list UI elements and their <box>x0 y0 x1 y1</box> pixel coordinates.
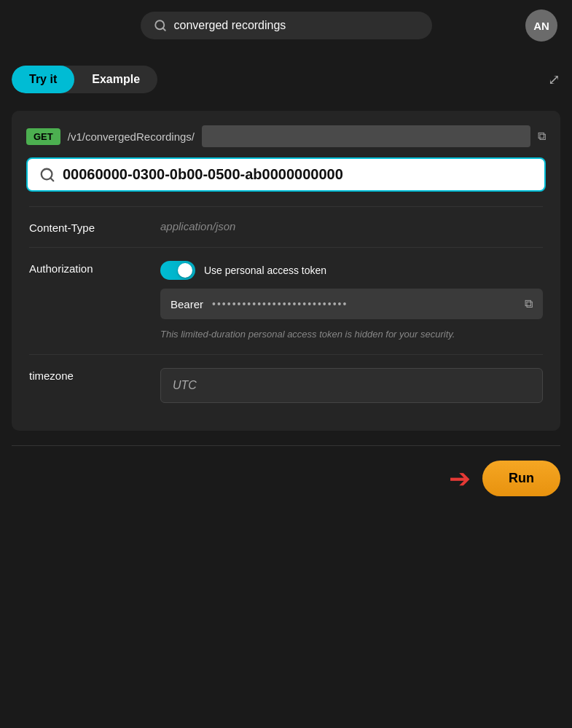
personal-access-token-toggle[interactable] <box>160 261 195 280</box>
main-panel: GET /v1/convergedRecordings/ ⧉ Content-T… <box>12 111 560 431</box>
authorization-row: Authorization Use personal access token … <box>29 247 543 354</box>
copy-token-icon[interactable]: ⧉ <box>525 297 533 310</box>
run-button[interactable]: Run <box>482 461 560 496</box>
bottom-bar: ➔ Run <box>12 445 560 518</box>
svg-line-1 <box>162 28 165 30</box>
copy-endpoint-icon[interactable]: ⧉ <box>538 130 546 143</box>
uuid-search-icon <box>39 167 55 183</box>
search-bar[interactable]: converged recordings <box>141 12 432 39</box>
fields-section: Content-Type application/json Authorizat… <box>26 206 546 416</box>
search-text: converged recordings <box>174 19 286 32</box>
authorization-label: Authorization <box>29 261 146 275</box>
tabs-row: Try it Example ⤢ <box>0 51 572 105</box>
timezone-label: timezone <box>29 368 146 382</box>
auth-top: Use personal access token <box>160 261 543 280</box>
content-type-label: Content-Type <box>29 220 146 234</box>
tabs-group: Try it Example <box>12 66 157 93</box>
timezone-row: timezone <box>29 354 543 416</box>
search-icon <box>154 19 167 32</box>
expand-icon[interactable]: ⤢ <box>548 71 560 88</box>
uuid-search-wrapper <box>26 157 546 192</box>
avatar[interactable]: AN <box>525 9 557 42</box>
toggle-thumb <box>178 263 192 278</box>
bearer-label: Bearer <box>171 298 203 310</box>
svg-line-3 <box>50 178 53 181</box>
toggle-label: Use personal access token <box>204 264 326 277</box>
uuid-input[interactable] <box>63 166 533 183</box>
tab-example[interactable]: Example <box>74 66 157 93</box>
bearer-dots: ••••••••••••••••••••••••••• <box>212 298 516 310</box>
auth-content: Use personal access token Bearer •••••••… <box>160 261 543 341</box>
token-note: This limited-duration personal access to… <box>160 328 543 341</box>
content-type-row: Content-Type application/json <box>29 206 543 247</box>
tab-try-it[interactable]: Try it <box>12 66 74 93</box>
toggle-track <box>160 261 195 280</box>
bearer-row: Bearer ••••••••••••••••••••••••••• ⧉ <box>160 289 543 319</box>
content-type-value: application/json <box>160 220 235 232</box>
get-row: GET /v1/convergedRecordings/ ⧉ <box>26 125 546 147</box>
method-badge: GET <box>26 128 60 145</box>
endpoint-id-input[interactable] <box>202 125 530 147</box>
run-arrow-icon: ➔ <box>449 463 471 494</box>
endpoint-path: /v1/convergedRecordings/ <box>68 130 195 143</box>
timezone-input[interactable] <box>160 368 543 403</box>
header: converged recordings AN <box>0 0 572 51</box>
